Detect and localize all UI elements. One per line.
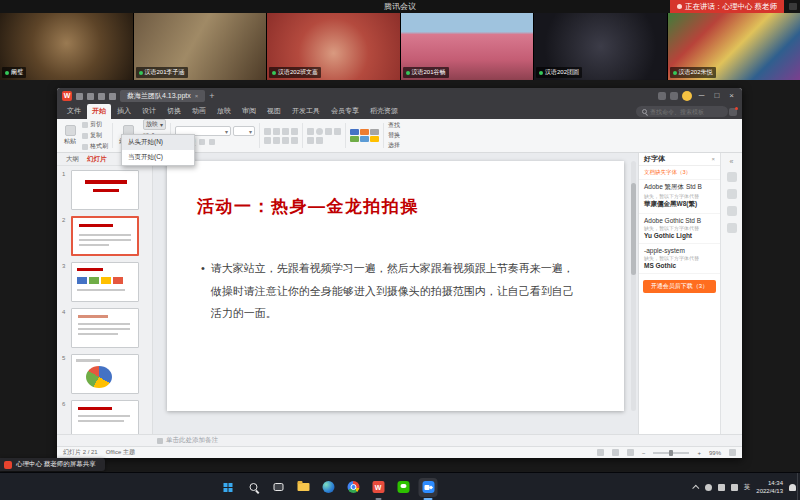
browser-button[interactable] xyxy=(344,478,363,497)
meeting-window-controls-icon[interactable] xyxy=(789,3,797,10)
slide-thumbnail-selected[interactable] xyxy=(71,216,139,256)
sorter-view-icon[interactable] xyxy=(612,449,619,456)
paste-button[interactable]: 粘贴 xyxy=(62,121,78,150)
font-item[interactable]: Adobe Gothic Std B 缺失，暂以下方字体代替 Yu Gothic… xyxy=(639,214,720,244)
highlight-color-icon[interactable] xyxy=(209,139,215,145)
font-color-icon[interactable] xyxy=(199,139,205,145)
style-swatch[interactable] xyxy=(360,129,369,135)
new-tab-button[interactable]: + xyxy=(209,91,214,101)
slide-thumbnail[interactable] xyxy=(71,170,139,210)
slide-body[interactable]: • 请大家站立，先跟着视频学习一遍，然后大家跟着视频跟上节奏再来一遍，做操时请注… xyxy=(201,257,581,325)
download-fonts-button[interactable]: 开通会员后下载（3） xyxy=(643,280,716,293)
tab-insert[interactable]: 插入 xyxy=(112,104,136,119)
clock[interactable]: 14:34 2022/4/13 xyxy=(756,479,783,495)
command-search[interactable] xyxy=(636,106,728,117)
slide-title[interactable]: 活动一：热身—金龙拍拍操 xyxy=(197,195,419,218)
arrange-icon[interactable] xyxy=(316,137,323,144)
find-button[interactable]: 查找 xyxy=(388,121,400,130)
align-left-icon[interactable] xyxy=(264,137,271,144)
volume-icon[interactable] xyxy=(718,484,725,491)
tab-transition[interactable]: 切换 xyxy=(162,104,186,119)
participant-video[interactable]: 阚璧 xyxy=(0,13,133,80)
shape-rect-icon[interactable] xyxy=(307,128,314,135)
participant-video[interactable]: 汉语201谷畅 xyxy=(401,13,534,80)
menu-item-from-beginning[interactable]: 从头开始(N) xyxy=(122,135,194,150)
slide-thumbnail[interactable] xyxy=(71,400,139,434)
tray-chevron-icon[interactable] xyxy=(692,484,699,491)
tab-design[interactable]: 设计 xyxy=(137,104,161,119)
search-button[interactable] xyxy=(244,478,263,497)
notes-bar[interactable]: 单击此处添加备注 xyxy=(57,434,742,446)
search-input[interactable] xyxy=(650,109,722,115)
style-swatch[interactable] xyxy=(370,136,379,142)
participant-video[interactable]: 汉语201李子涵 xyxy=(134,13,267,80)
document-tab[interactable]: 蔡海兰团队4.13.pptx× xyxy=(120,90,205,102)
wechat-button[interactable] xyxy=(394,478,413,497)
help-icon[interactable] xyxy=(727,223,737,233)
panel-tab-outline[interactable]: 大纲 xyxy=(66,155,79,164)
minimize-icon[interactable]: ─ xyxy=(696,88,708,104)
cut-button[interactable]: 剪切 xyxy=(82,120,108,129)
save-icon[interactable] xyxy=(76,93,83,100)
sync-icon[interactable] xyxy=(658,92,666,100)
quick-styles[interactable] xyxy=(350,129,379,142)
slide-thumbnail[interactable] xyxy=(71,354,139,394)
close-icon[interactable]: × xyxy=(711,156,715,162)
tab-member[interactable]: 会员专享 xyxy=(326,104,364,119)
slide-canvas[interactable]: 活动一：热身—金龙拍拍操 • 请大家站立，先跟着视频学习一遍，然后大家跟着视频跟… xyxy=(153,153,638,434)
participant-video[interactable]: 汉语202班文嘉 xyxy=(267,13,400,80)
scrollbar-thumb[interactable] xyxy=(631,183,636,275)
copy-button[interactable]: 复制 xyxy=(82,131,108,140)
slideshow-view-icon[interactable] xyxy=(627,449,634,456)
network-icon[interactable] xyxy=(705,484,712,491)
normal-view-icon[interactable] xyxy=(597,449,604,456)
align-center-icon[interactable] xyxy=(273,137,280,144)
picture-icon[interactable] xyxy=(307,137,314,144)
replace-button[interactable]: 替换 xyxy=(388,131,400,140)
close-icon[interactable]: × xyxy=(195,93,199,99)
edge-button[interactable] xyxy=(319,478,338,497)
menu-item-from-current[interactable]: 当页开始(C) xyxy=(122,150,194,165)
wps-taskbar-button[interactable]: W xyxy=(369,478,388,497)
tab-home[interactable]: 开始 xyxy=(87,104,111,119)
style-swatch[interactable] xyxy=(370,129,379,135)
message-icon[interactable] xyxy=(729,108,737,116)
tab-view[interactable]: 视图 xyxy=(262,104,286,119)
current-slide[interactable]: 活动一：热身—金龙拍拍操 • 请大家站立，先跟着视频学习一遍，然后大家跟着视频跟… xyxy=(167,161,624,411)
style-swatch[interactable] xyxy=(360,136,369,142)
tab-docer[interactable]: 稻壳资源 xyxy=(365,104,403,119)
select-button[interactable]: 选择 xyxy=(388,141,400,150)
notification-bell-icon[interactable] xyxy=(789,484,796,491)
properties-icon[interactable] xyxy=(727,172,737,182)
tab-slideshow[interactable]: 放映 xyxy=(212,104,236,119)
tab-animation[interactable]: 动画 xyxy=(187,104,211,119)
wps-titlebar[interactable]: W 蔡海兰团队4.13.pptx× + ─ □ × xyxy=(57,88,742,104)
format-painter-button[interactable]: 格式刷 xyxy=(82,142,108,151)
redo-icon[interactable] xyxy=(98,93,105,100)
screen-share-indicator[interactable]: 心理中心 蔡老师的屏幕共享 xyxy=(0,458,105,471)
file-explorer-button[interactable] xyxy=(294,478,313,497)
vertical-scrollbar[interactable] xyxy=(631,161,636,411)
slide-thumbnail[interactable] xyxy=(71,262,139,302)
avatar[interactable] xyxy=(682,91,692,101)
zoom-in-icon[interactable]: + xyxy=(697,450,701,456)
undo-icon[interactable] xyxy=(87,93,94,100)
zoom-slider[interactable] xyxy=(653,452,689,454)
play-from-start-icon[interactable] xyxy=(109,93,116,100)
meeting-taskbar-button[interactable] xyxy=(419,478,438,497)
animation-pane-icon[interactable] xyxy=(727,189,737,199)
notify-icon[interactable] xyxy=(670,92,678,100)
menu-file[interactable]: 文件 xyxy=(62,104,86,119)
textbox-icon[interactable] xyxy=(334,128,341,135)
line-spacing-icon[interactable] xyxy=(291,128,298,135)
zoom-out-icon[interactable]: − xyxy=(642,450,646,456)
fullscreen-icon[interactable] xyxy=(729,449,736,456)
participant-video[interactable]: 汉语202团圆 xyxy=(534,13,667,80)
panel-tab-slides[interactable]: 幻灯片 xyxy=(87,155,107,164)
font-item[interactable]: Adobe 繁黑体 Std B 缺失，暂以下方字体代替 華康儷金黑W8(繁) xyxy=(639,180,720,214)
shape-arrow-icon[interactable] xyxy=(325,128,332,135)
start-button[interactable] xyxy=(219,478,238,497)
battery-icon[interactable] xyxy=(731,484,738,491)
style-swatch[interactable] xyxy=(350,129,359,135)
slide-thumbnail[interactable] xyxy=(71,308,139,348)
